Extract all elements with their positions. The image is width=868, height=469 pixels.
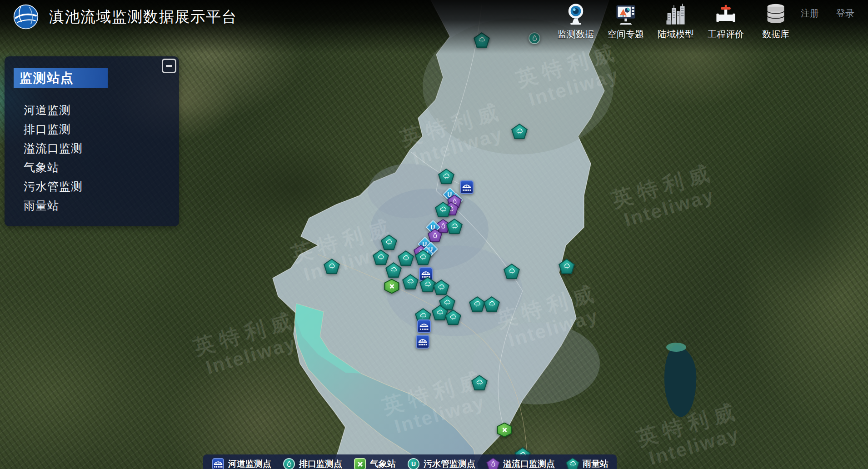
rain-marker[interactable] — [511, 124, 528, 139]
sidebar-item-sewage-monitoring[interactable]: 污水管监测 — [24, 177, 83, 196]
nav-item-database[interactable]: 数据库 — [751, 3, 801, 40]
legend-item-weather[interactable]: 气象站 — [353, 458, 396, 469]
nav-item-project-evaluation[interactable]: 工程评价 — [701, 3, 751, 40]
sidebar-item-weather-station[interactable]: 气象站 — [24, 158, 83, 177]
city-buildings-icon — [664, 3, 688, 26]
nav-label: 监测数据 — [558, 28, 594, 40]
yangzonghai-lake — [664, 344, 696, 417]
sidebar-item-overflow-monitoring[interactable]: 溢流口监测 — [24, 139, 83, 158]
minus-icon — [166, 65, 172, 67]
nav-item-land-model[interactable]: 陆域模型 — [651, 3, 701, 40]
register-link[interactable]: 注册 — [801, 7, 819, 20]
outlet-marker[interactable] — [529, 32, 540, 44]
nav-label: 数据库 — [762, 28, 789, 40]
nav-label: 空间专题 — [608, 28, 644, 40]
rain-marker[interactable] — [559, 259, 575, 274]
weather-station-icon — [353, 458, 367, 469]
collapse-panel-button[interactable] — [162, 59, 176, 73]
rain-marker[interactable] — [484, 296, 500, 312]
nav-label: 工程评价 — [708, 28, 744, 40]
river-marker[interactable] — [417, 319, 431, 333]
overflow-point-icon — [486, 458, 500, 469]
webcam-icon — [564, 3, 588, 26]
rain-gauge-icon — [566, 458, 579, 469]
legend-item-river[interactable]: 河道监测点 — [211, 458, 271, 469]
nav-item-monitoring-data[interactable]: 监测数据 — [551, 3, 601, 40]
monitor-chart-icon — [614, 3, 638, 26]
panel-title: 监测站点 — [20, 70, 74, 87]
rain-marker[interactable] — [385, 262, 402, 278]
nav-item-spatial-theme[interactable]: 空间专题 — [601, 3, 651, 40]
pipe-valve-icon — [714, 3, 738, 26]
map-legend: 河道监测点 排口监测点 气象站 U 污水管监测点 溢流口监测点 雨量站 — [203, 454, 617, 469]
rain-marker[interactable] — [471, 375, 488, 390]
rain-marker[interactable] — [469, 296, 485, 312]
weather-marker[interactable] — [496, 423, 513, 438]
legend-item-rain[interactable]: 雨量站 — [566, 458, 609, 469]
brand: 滇池流域监测数据展示平台 — [13, 4, 237, 30]
station-type-list: 河道监测 排口监测 溢流口监测 气象站 污水管监测 雨量站 — [24, 100, 83, 215]
monitoring-stations-panel: 监测站点 河道监测 排口监测 溢流口监测 气象站 污水管监测 雨量站 — [5, 56, 179, 226]
panel-header: 监测站点 — [14, 68, 108, 88]
rain-marker[interactable] — [446, 219, 463, 234]
rain-marker[interactable] — [438, 169, 454, 184]
sidebar-item-outlet-monitoring[interactable]: 排口监测 — [24, 120, 83, 139]
nav-label: 陆域模型 — [658, 28, 694, 40]
rain-marker[interactable] — [504, 264, 520, 279]
login-link[interactable]: 登录 — [836, 7, 854, 20]
platform-logo — [13, 4, 39, 30]
page-title: 滇池流域监测数据展示平台 — [49, 7, 237, 27]
rain-marker[interactable] — [433, 279, 449, 295]
river-marker[interactable] — [416, 335, 429, 349]
river-monitoring-point-icon — [211, 458, 225, 469]
rain-marker[interactable] — [474, 32, 490, 48]
rain-marker[interactable] — [381, 234, 397, 250]
rain-marker[interactable] — [415, 249, 431, 265]
legend-item-outlet[interactable]: 排口监测点 — [282, 458, 342, 469]
rain-marker[interactable] — [435, 202, 451, 217]
outlet-monitoring-point-icon — [282, 458, 296, 469]
sidebar-item-rain-gauge[interactable]: 雨量站 — [24, 196, 83, 215]
rain-marker[interactable] — [402, 274, 419, 289]
sewage-pipe-point-icon: U — [407, 458, 420, 469]
sidebar-item-river-monitoring[interactable]: 河道监测 — [24, 100, 83, 120]
legend-item-sewage[interactable]: U 污水管监测点 — [407, 458, 475, 469]
river-marker[interactable] — [460, 180, 474, 194]
database-icon — [764, 3, 788, 26]
rain-marker[interactable] — [324, 259, 340, 274]
main-nav: 监测数据 空间专题 — [551, 3, 801, 40]
auth-links: 注册 登录 — [801, 7, 854, 20]
legend-item-overflow[interactable]: 溢流口监测点 — [486, 458, 555, 469]
weather-marker[interactable] — [384, 279, 400, 294]
rain-marker[interactable] — [445, 309, 461, 325]
